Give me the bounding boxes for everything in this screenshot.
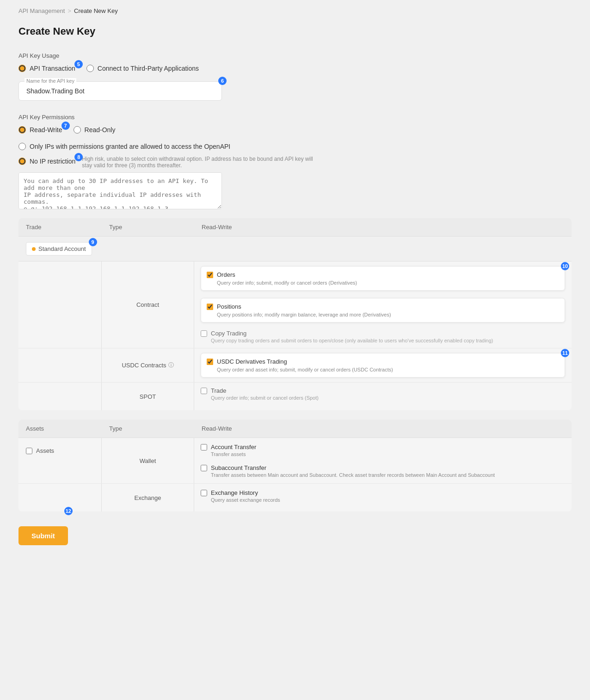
page-title: Create New Key (18, 25, 572, 37)
name-input-box: Name for the API key (18, 81, 222, 101)
exchange-history-desc: Query asset exchange records (211, 497, 565, 503)
assets-label-exchange (18, 484, 102, 511)
account-transfer-checkbox[interactable] (201, 444, 207, 450)
positions-header: Positions (207, 303, 559, 310)
exchange-type-label: Exchange (135, 494, 161, 501)
permission-usdc-derivatives: USDC Derivatives Trading Query order and… (201, 353, 565, 377)
orders-checkbox[interactable] (207, 272, 213, 278)
breadcrumb-parent[interactable]: API Management (18, 7, 65, 14)
account-transfer-desc: Transfer assets (211, 451, 565, 457)
submit-badge: 12 (64, 507, 73, 515)
radio-no-ip-input[interactable] (18, 158, 26, 165)
type-spot-label: SPOT (140, 393, 156, 400)
subaccount-transfer-checkbox[interactable] (201, 465, 207, 471)
radio-api-transaction[interactable]: API Transaction 5 (18, 65, 75, 72)
radio-api-transaction-input[interactable] (18, 65, 26, 72)
subaccount-transfer-header: Subaccount Transfer (201, 464, 565, 471)
permission-exchange-history: Exchange History Query asset exchange re… (201, 489, 565, 503)
subaccount-transfer-desc: Transfer assets between Main account and… (211, 472, 565, 478)
type-cell-usdc: USDC Contracts ⓘ (102, 348, 194, 382)
copy-trading-checkbox[interactable] (201, 330, 207, 337)
radio-read-only[interactable]: Read-Only (74, 126, 116, 134)
api-key-usage-group: API Transaction 5 Connect to Third-Party… (18, 65, 572, 72)
radio-third-party-label: Connect to Third-Party Applications (98, 65, 199, 72)
usdc-derivatives-checkbox[interactable] (207, 359, 213, 365)
trade-cell-spot (18, 383, 102, 410)
trade-row-contract: Contract Orders Query order info; submit… (18, 262, 572, 348)
radio-ip-only-label: Only IPs with permissions granted are al… (30, 143, 230, 150)
permission-trade-spot: Trade Query order info; submit or cancel… (201, 387, 565, 401)
type-cell-spot: SPOT (102, 383, 194, 410)
radio-third-party-input[interactable] (86, 65, 94, 72)
rw-col-header: Read-Write (202, 224, 564, 231)
permission-subaccount-transfer: Subaccount Transfer Transfer assets betw… (201, 464, 565, 478)
radio-read-write[interactable]: Read-Write 7 (18, 126, 62, 134)
type-usdc-label: USDC Contracts (122, 362, 166, 369)
positions-name: Positions (217, 303, 241, 310)
copy-trading-name: Copy Trading (211, 330, 246, 337)
ip-textarea[interactable] (18, 172, 222, 209)
api-key-permissions-label: API Key Permissions (18, 114, 572, 121)
trade-row-usdc: USDC Contracts ⓘ USDC Derivatives Tradin… (18, 348, 572, 383)
radio-no-ip[interactable]: No IP restriction 8 (18, 158, 75, 165)
assets-type-col-header: Type (109, 425, 202, 432)
assets-table-header: Assets Type Read-Write (18, 420, 572, 438)
account-tag-badge: 9 (89, 238, 97, 246)
radio-read-write-label: Read-Write (30, 126, 62, 134)
name-field-badge: 6 (218, 77, 227, 85)
usdc-derivatives-desc: Query order and asset info; submit, modi… (217, 367, 559, 372)
type-contract-label: Contract (136, 301, 159, 308)
assets-row-wallet: Assets Wallet Account Transfer Transfer … (18, 438, 572, 484)
usdc-derivatives-header: USDC Derivatives Trading (207, 358, 559, 365)
positions-checkbox[interactable] (207, 304, 213, 310)
assets-checkbox[interactable] (26, 448, 32, 454)
ip-textarea-container (18, 172, 572, 211)
assets-table: Assets Type Read-Write Assets Wallet Acc… (18, 420, 572, 511)
perms-cell-spot: Trade Query order info; submit or cancel… (194, 383, 572, 410)
radio-no-ip-label: No IP restriction (30, 158, 75, 165)
radio-ip-only[interactable]: Only IPs with permissions granted are al… (18, 143, 572, 150)
orders-header: Orders (207, 271, 559, 278)
usdc-info-icon[interactable]: ⓘ (168, 361, 174, 369)
submit-button[interactable]: Submit (18, 526, 68, 545)
account-transfer-header: Account Transfer (201, 444, 565, 450)
trade-col-header: Trade (26, 224, 109, 231)
exchange-history-checkbox[interactable] (201, 490, 207, 496)
perms-cell-usdc: USDC Derivatives Trading Query order and… (194, 348, 572, 382)
assets-row-exchange: Exchange Exchange History Query asset ex… (18, 484, 572, 511)
permission-orders: Orders Query order info; submit, modify … (201, 266, 565, 291)
exchange-history-name: Exchange History (211, 489, 258, 496)
account-tag[interactable]: Standard Account 9 (26, 242, 92, 256)
assets-type-wallet: Wallet (102, 438, 194, 483)
radio-read-only-input[interactable] (74, 126, 81, 134)
radio-ip-only-input[interactable] (18, 143, 26, 150)
trade-table-header: Trade Type Read-Write (18, 218, 572, 237)
type-cell-contract: Contract (102, 262, 194, 348)
permissions-badge: 7 (61, 122, 70, 130)
breadcrumb: API Management > Create New Key (18, 7, 572, 14)
radio-third-party[interactable]: Connect to Third-Party Applications (86, 65, 199, 72)
ip-restriction-group: Only IPs with permissions granted are al… (18, 143, 572, 211)
copy-trading-desc: Query copy trading orders and submit ord… (211, 338, 565, 343)
positions-desc: Query positions info; modify margin bala… (217, 312, 559, 317)
usdc-derivatives-name: USDC Derivatives Trading (217, 358, 287, 365)
name-input[interactable] (26, 87, 214, 95)
usdc-derivatives-badge: 11 (561, 349, 569, 357)
orders-desc: Query order info; submit, modify or canc… (217, 280, 559, 286)
wallet-type-label: Wallet (140, 457, 156, 464)
api-key-permissions-section: API Key Permissions Read-Write 7 Read-On… (18, 114, 572, 134)
trade-row-spot: SPOT Trade Query order info; submit or c… (18, 383, 572, 410)
radio-read-only-label: Read-Only (85, 126, 116, 134)
trade-spot-checkbox[interactable] (201, 388, 207, 394)
submit-container: Submit 12 (18, 511, 68, 545)
radio-no-ip-row: No IP restriction 8 High risk, unable to… (18, 154, 572, 169)
trade-spot-name: Trade (211, 387, 226, 394)
trade-cell-usdc (18, 348, 102, 382)
radio-read-write-input[interactable] (18, 126, 26, 134)
permission-account-transfer: Account Transfer Transfer assets (201, 444, 565, 457)
trade-spot-desc: Query order info; submit or cancel order… (211, 395, 565, 401)
assets-checkbox-row: Assets (26, 447, 54, 454)
account-tag-row: Standard Account 9 (18, 237, 572, 262)
assets-rw-col-header: Read-Write (202, 425, 564, 432)
assets-label-wallet: Assets (18, 438, 102, 483)
